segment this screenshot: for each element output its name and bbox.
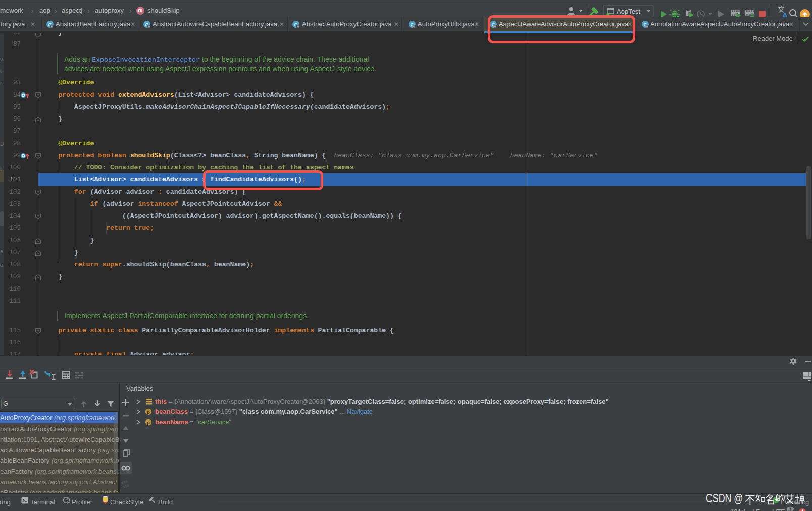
svg-text:p: p bbox=[147, 420, 150, 425]
svg-text:AopTest: AopTest bbox=[617, 8, 640, 15]
svg-text:p: p bbox=[147, 409, 150, 415]
svg-text:?: ? bbox=[789, 507, 792, 511]
